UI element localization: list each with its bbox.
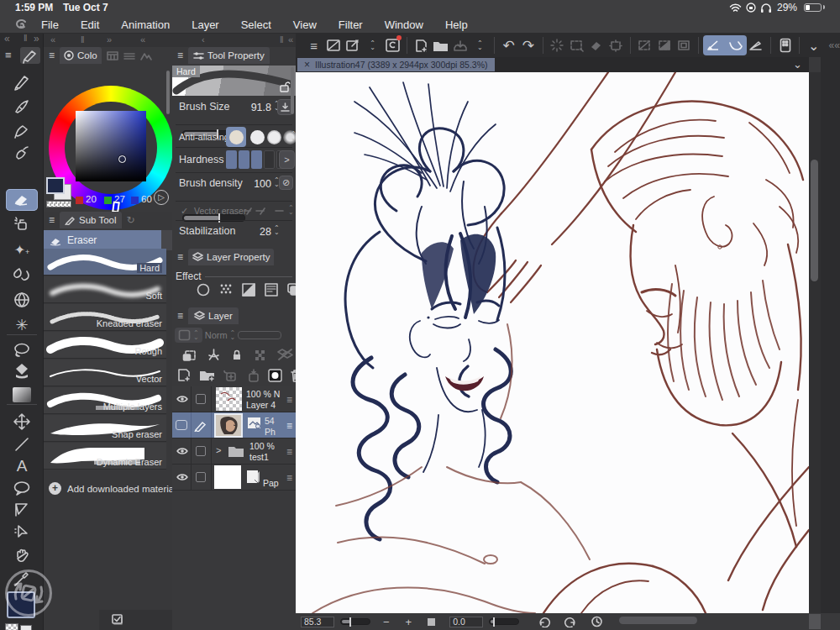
- tool-figure[interactable]: [6, 289, 38, 311]
- layer-checkbox[interactable]: [196, 446, 206, 456]
- snap-to-ruler-button[interactable]: [703, 35, 725, 55]
- layer-opacity-slider[interactable]: [238, 331, 281, 339]
- canvas-settings-button[interactable]: [323, 35, 343, 55]
- effect-extract-line-icon[interactable]: [264, 282, 279, 297]
- brush-size-value[interactable]: 91.8: [246, 102, 271, 113]
- add-materials-button[interactable]: + Add downloaded materials: [49, 482, 181, 495]
- menu-help[interactable]: Help: [444, 18, 469, 31]
- new-folder-button[interactable]: [199, 369, 215, 382]
- tab-tool-property[interactable]: Tool Property: [188, 47, 270, 64]
- menu-animation[interactable]: Animation: [120, 18, 171, 31]
- aa-option-weak[interactable]: [250, 130, 265, 144]
- tool-lasso[interactable]: [6, 339, 38, 361]
- lock-icon[interactable]: [231, 348, 243, 361]
- multi-select-icon[interactable]: [111, 613, 126, 627]
- zoom-in-button[interactable]: +: [406, 616, 412, 628]
- tool-eraser[interactable]: [6, 189, 38, 211]
- layer-drag-handle[interactable]: ≡: [286, 394, 292, 406]
- rotation-slider[interactable]: [489, 618, 519, 625]
- main-color-chip[interactable]: [46, 177, 65, 194]
- photo-thumbnail[interactable]: [214, 413, 243, 438]
- subtool-item-soft[interactable]: Soft: [44, 276, 166, 303]
- clip-studio-button[interactable]: [382, 35, 402, 55]
- toolbar-collapse-button[interactable]: ⌄: [804, 35, 823, 55]
- visibility-eye-icon[interactable]: [176, 395, 188, 403]
- dock-grip-icon[interactable]: ‖: [24, 33, 28, 43]
- aa-option-none[interactable]: [226, 127, 246, 147]
- toolprop-menu-icon[interactable]: ≡: [177, 50, 183, 61]
- effect-layer-color-icon[interactable]: [241, 282, 256, 297]
- subtool-menu-icon[interactable]: ≡: [49, 214, 55, 226]
- enable-mask-icon[interactable]: [277, 348, 293, 361]
- menu-view[interactable]: View: [292, 18, 318, 31]
- menu-window[interactable]: Window: [384, 18, 424, 31]
- paper-thumbnail[interactable]: [214, 465, 241, 489]
- modifier-key-panel-button[interactable]: [775, 35, 795, 55]
- zoom-slider[interactable]: [340, 618, 370, 625]
- transparent-chip[interactable]: [46, 201, 71, 207]
- canvas-vscroll-track[interactable]: [809, 72, 821, 613]
- invert-selection-button[interactable]: [654, 35, 674, 55]
- panel-expand-icon[interactable]: »: [107, 34, 112, 45]
- tab-layer-property[interactable]: Layer Property: [188, 249, 274, 265]
- new-layer-button[interactable]: [176, 368, 192, 382]
- tool-airbrush-pen[interactable]: [6, 141, 38, 163]
- tool-brush[interactable]: [6, 118, 38, 140]
- color-history-icon[interactable]: ▷: [154, 190, 169, 205]
- tool-move[interactable]: [6, 411, 38, 433]
- dock-collapse-icon[interactable]: «: [4, 33, 10, 45]
- sub-color-swatch[interactable]: [20, 625, 32, 630]
- vector-eraser-check[interactable]: ✓: [181, 206, 188, 217]
- selection-border-button[interactable]: [674, 35, 693, 55]
- sv-square[interactable]: [76, 111, 146, 181]
- layer-row-layer4[interactable]: 100 % N Layer 4 ≡: [172, 386, 296, 412]
- color-slider-tab-icon[interactable]: [123, 51, 135, 60]
- rotate-right-icon[interactable]: [564, 617, 576, 627]
- tab-sub-tool[interactable]: Sub Tool: [60, 212, 122, 228]
- visibility-off-box[interactable]: [176, 420, 187, 430]
- tool-gradient[interactable]: [6, 384, 38, 406]
- menu-filter[interactable]: Filter: [338, 18, 364, 31]
- property-scrollbar[interactable]: [291, 67, 294, 114]
- subtool-group-scroll[interactable]: [161, 230, 172, 250]
- tool-decoration[interactable]: ✦+: [6, 239, 38, 260]
- layer-mask-button[interactable]: [268, 369, 282, 382]
- tool-auto-select[interactable]: ✳: [6, 314, 38, 336]
- layer-row-paper[interactable]: Pap ≡: [172, 465, 296, 491]
- toolbar-menu-button[interactable]: ≡: [304, 35, 323, 55]
- no-selection-button[interactable]: [635, 35, 654, 55]
- lock-transparent-icon[interactable]: [253, 348, 267, 361]
- toolbar-overflow-icon[interactable]: ««: [828, 39, 839, 51]
- new-file-button[interactable]: [412, 35, 431, 55]
- layer-row-photo[interactable]: 54 Ph ≡: [172, 412, 296, 438]
- edit-canvas-button[interactable]: [344, 35, 363, 55]
- transparent-color-swatch[interactable]: [5, 623, 18, 630]
- layer-drag-handle[interactable]: ≡: [286, 420, 292, 432]
- tool-line[interactable]: [6, 433, 38, 455]
- color-panel-menu-icon[interactable]: ≡: [49, 50, 55, 61]
- subtool-item-kneaded[interactable]: Kneaded eraser: [44, 304, 166, 331]
- tool-hand[interactable]: [6, 545, 38, 567]
- hardness-expand-button[interactable]: >: [279, 150, 295, 169]
- tool-pen[interactable]: [6, 71, 38, 92]
- density-value[interactable]: 100: [248, 178, 271, 190]
- approx-color-tab-icon[interactable]: [140, 51, 152, 60]
- panel-grip-icon[interactable]: ‖: [81, 34, 85, 45]
- merge-layer-button[interactable]: [245, 369, 260, 382]
- fit-to-screen-icon[interactable]: [428, 618, 435, 626]
- dock-expand-icon[interactable]: »: [34, 33, 39, 45]
- subtool-item-multiple-layers[interactable]: Multiple layers: [44, 387, 166, 414]
- panel-collapse3-icon[interactable]: «: [288, 34, 293, 45]
- subtool-item-vector[interactable]: Vector: [44, 360, 166, 386]
- deselect-button[interactable]: [586, 35, 606, 55]
- open-file-button[interactable]: [431, 35, 450, 55]
- menu-select[interactable]: Select: [240, 18, 272, 31]
- blend-stepper[interactable]: ⌃⌄: [230, 331, 236, 339]
- unlock-icon[interactable]: [279, 81, 291, 92]
- redo-button[interactable]: ↷: [518, 35, 538, 55]
- subtool-item-snap-eraser[interactable]: Snap eraser: [44, 415, 166, 442]
- tool-operation[interactable]: [6, 522, 38, 543]
- zoom-out-button[interactable]: −: [383, 616, 390, 628]
- layer-drag-handle[interactable]: ≡: [286, 472, 292, 484]
- subtool-item-dynamic-eraser[interactable]: Dynamic Eraser: [44, 443, 166, 470]
